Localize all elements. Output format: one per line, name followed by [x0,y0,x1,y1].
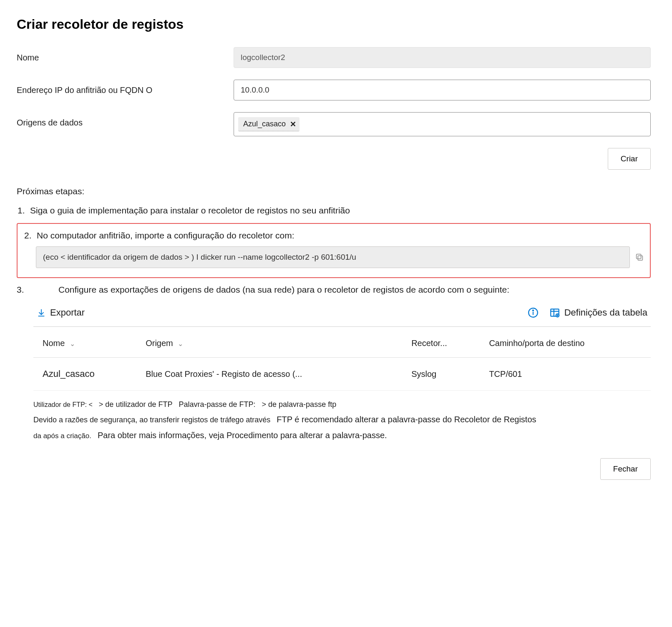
table-settings-label: Definições da tabela [564,307,647,318]
download-icon [37,308,46,317]
svg-rect-1 [637,254,641,259]
col-dest[interactable]: Caminho/porta de destino [480,327,651,358]
datasources-input[interactable]: Azul_casaco ✕ [234,112,651,136]
ftp-note: Utilizador de FTP: < > de utilizador de … [33,397,651,443]
export-label: Exportar [50,307,85,318]
step3-text: Configure as exportações de origens de d… [29,285,651,295]
col-source-label: Origem [146,339,173,348]
col-name-label: Nome [43,339,65,348]
table-settings-icon [549,307,560,318]
cell-dest: TCP/601 [480,358,651,391]
svg-point-4 [533,310,534,311]
cell-source: Blue Coat Proxies' - Registo de acesso (… [136,358,402,391]
host-input[interactable] [234,80,651,100]
table-toolbar: Exportar [33,299,651,327]
dialog-title: Criar recoletor de registos [17,17,651,32]
close-button[interactable]: Fechar [600,458,651,480]
create-button[interactable]: Criar [608,148,651,170]
copy-icon[interactable] [635,253,644,262]
close-icon[interactable]: ✕ [290,120,296,128]
col-source[interactable]: Origem ⌄ [136,327,402,358]
step-number: 3. [17,285,26,295]
svg-rect-0 [638,256,642,260]
table-settings-button[interactable]: Definições da tabela [549,307,647,318]
export-button[interactable]: Exportar [37,307,85,318]
name-label: Nome [17,53,234,63]
table-row[interactable]: Azul_casaco Blue Coat Proxies' - Registo… [33,358,651,391]
name-input[interactable] [234,47,651,68]
step2-highlight: 2. No computador anfitrião, importe a co… [17,223,651,278]
chevron-down-icon: ⌄ [178,340,183,347]
step-number: 1. [18,206,27,216]
cell-receiver: Syslog [402,358,480,391]
datasources-label: Origens de dados [17,112,234,128]
step-number: 2. [24,231,33,241]
command-box: (eco < identificador da origem de dados … [36,246,630,268]
datasource-table: Nome ⌄ Origem ⌄ Recetor... Caminho/porta… [33,327,651,391]
datasource-chip: Azul_casaco ✕ [238,117,300,131]
col-receiver[interactable]: Recetor... [402,327,480,358]
next-steps-heading: Próximas etapas: [17,186,651,196]
info-icon[interactable] [528,307,539,318]
chevron-down-icon: ⌄ [70,340,75,347]
host-label: Endereço IP do anfitrião ou FQDN O [17,85,234,95]
cell-name: Azul_casaco [33,358,136,391]
step2-text: No computador anfitrião, importe a confi… [37,231,294,241]
chip-label: Azul_casaco [243,120,286,128]
col-name[interactable]: Nome ⌄ [33,327,136,358]
step1-text: Siga o guia de implementação para instal… [30,206,350,216]
